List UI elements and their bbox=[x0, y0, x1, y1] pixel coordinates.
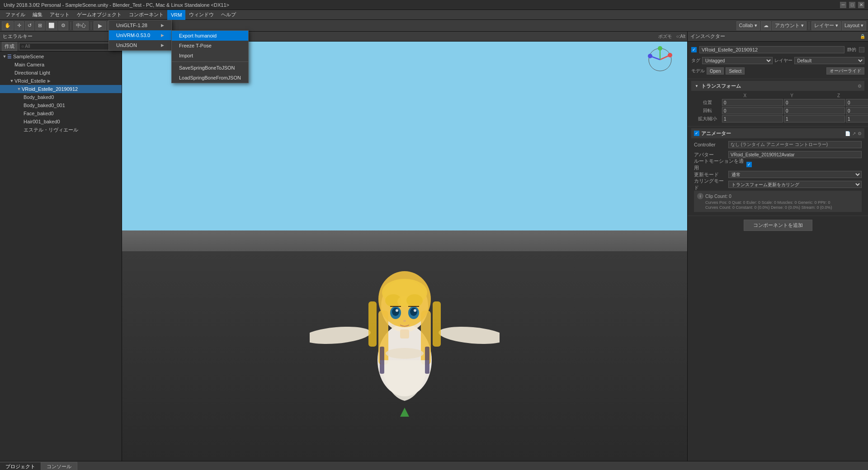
root-motion-label: ルートモーションを適用 bbox=[694, 158, 744, 171]
minimize-button[interactable]: ─ bbox=[840, 2, 846, 8]
center-button[interactable]: 中心 bbox=[73, 21, 89, 30]
close-button[interactable]: ✕ bbox=[858, 2, 864, 8]
transform-expand-icon: ▼ bbox=[694, 83, 699, 89]
collab-button[interactable]: Collab ▾ bbox=[736, 21, 760, 30]
position-label: 位置 bbox=[694, 99, 721, 106]
menu-load-spring[interactable]: LoadSpringBoneFromJSON bbox=[172, 73, 248, 83]
position-y[interactable] bbox=[784, 99, 845, 106]
culling-row: カリングモード トランスフォーム更新をカリング bbox=[694, 180, 862, 189]
cloud-button[interactable]: ☁ bbox=[761, 21, 771, 30]
hierarchy-item-estelle[interactable]: エステル・リヴィエール bbox=[0, 126, 122, 134]
transform-header[interactable]: ▼ トランスフォーム ⚙ bbox=[691, 81, 864, 91]
rotation-x[interactable] bbox=[722, 107, 783, 114]
controller-field: なし (ランタイム アニメーター コントローラー) bbox=[728, 141, 862, 148]
info-icon: i bbox=[697, 193, 703, 199]
svg-point-33 bbox=[648, 54, 652, 58]
inspector-header-icons: 🔒 bbox=[860, 34, 865, 39]
animator-gear-icon[interactable]: ⚙ bbox=[858, 131, 862, 136]
model-open-btn[interactable]: Open bbox=[707, 67, 724, 75]
menu-unigltf[interactable]: UniGLTF-1.28 bbox=[109, 20, 171, 30]
menu-file[interactable]: ファイル bbox=[2, 10, 29, 20]
x-label: X bbox=[722, 93, 768, 98]
menu-assets[interactable]: アセット bbox=[46, 10, 73, 20]
controller-label: Controller bbox=[694, 142, 726, 147]
animator-icon2[interactable]: ↗ bbox=[852, 131, 856, 136]
play-button[interactable]: ▶ bbox=[94, 21, 106, 30]
tag-select[interactable]: Untagged bbox=[702, 57, 773, 64]
hierarchy-item-vroid-estelle[interactable]: ▼ VRoid_Estelle ▶ bbox=[0, 77, 122, 85]
scale-x[interactable] bbox=[722, 115, 783, 122]
animator-header[interactable]: ✓ アニメーター 📄 ↗ ⚙ bbox=[691, 128, 864, 138]
animator-active-checkbox[interactable]: ✓ bbox=[694, 131, 699, 136]
hierarchy-item-samplescene[interactable]: ▼ ☰ SampleScene bbox=[0, 52, 122, 61]
rotation-y[interactable] bbox=[784, 107, 845, 114]
inspector-lock-icon[interactable]: 🔒 bbox=[860, 34, 865, 39]
animator-icon1[interactable]: 📄 bbox=[845, 131, 850, 136]
transform-tool[interactable]: ⚙ bbox=[58, 21, 68, 30]
menu-window[interactable]: ウィンドウ bbox=[185, 10, 217, 20]
layout-button[interactable]: Layout ▾ bbox=[842, 21, 866, 30]
toolbar-sep-3 bbox=[809, 22, 809, 30]
layer-select[interactable]: Default bbox=[794, 57, 865, 64]
update-mode-select[interactable]: 通常 bbox=[728, 171, 862, 178]
inspector-title: インスペクター bbox=[690, 33, 725, 40]
svg-point-1 bbox=[438, 324, 500, 347]
transform-section: ▼ トランスフォーム ⚙ X Y Z 位置 bbox=[688, 79, 868, 127]
dropdown-separator-1 bbox=[172, 61, 248, 62]
transform-gear-icon[interactable]: ⚙ bbox=[858, 84, 862, 89]
root-motion-checkbox[interactable]: ✓ bbox=[746, 162, 752, 167]
menu-component[interactable]: コンポーネント bbox=[125, 10, 167, 20]
hierarchy-item-directionallight[interactable]: Directional Light bbox=[0, 69, 122, 77]
scale-y[interactable] bbox=[784, 115, 845, 122]
hand-tool[interactable]: ✋ bbox=[2, 21, 14, 30]
static-checkbox[interactable] bbox=[859, 47, 864, 52]
object-active-checkbox[interactable]: ✓ bbox=[691, 47, 697, 52]
move-tool[interactable]: ✛ bbox=[14, 21, 24, 30]
svg-point-0 bbox=[310, 324, 371, 347]
tab-console[interactable]: コンソール bbox=[41, 462, 77, 470]
menu-unijson[interactable]: UniJSON bbox=[109, 40, 171, 50]
model-override-btn[interactable]: オーバーライド bbox=[826, 67, 864, 75]
hierarchy-search[interactable] bbox=[19, 43, 120, 50]
menu-help[interactable]: ヘルプ bbox=[217, 10, 240, 20]
menu-import[interactable]: Import bbox=[172, 51, 248, 61]
hierarchy-item-body-baked0-001[interactable]: Body_baked0_001 bbox=[0, 101, 122, 109]
culling-select[interactable]: トランスフォーム更新をカリング bbox=[728, 181, 862, 188]
layer-button[interactable]: レイヤー ▾ bbox=[811, 21, 841, 30]
title-bar: Unity 2018.3.0f2 Personal - SampleScene.… bbox=[0, 0, 868, 10]
hierarchy-item-hair001-baked0[interactable]: Hair001_baked0 bbox=[0, 118, 122, 126]
rotate-tool[interactable]: ↺ bbox=[25, 21, 34, 30]
rect-tool[interactable]: ⬜ bbox=[46, 21, 57, 30]
add-component-button[interactable]: コンポーネントを追加 bbox=[744, 220, 812, 231]
culling-label: カリングモード bbox=[694, 178, 726, 191]
hierarchy-item-maincamera[interactable]: Main Camera bbox=[0, 61, 122, 69]
hierarchy-item-body-baked0[interactable]: Body_baked0 bbox=[0, 93, 122, 101]
account-button[interactable]: アカウント ▾ bbox=[772, 21, 807, 30]
transform-title: トランスフォーム bbox=[701, 83, 741, 89]
menu-univrm[interactable]: UniVRM-0.53.0 Export humanoid Freeze T-P… bbox=[109, 30, 171, 40]
tab-project[interactable]: プロジェクト bbox=[0, 462, 41, 470]
controller-row: Controller なし (ランタイム アニメーター コントローラー) bbox=[694, 140, 862, 149]
menu-vrm[interactable]: VRM bbox=[167, 10, 185, 20]
scene-gizmo-label: ポズモ bbox=[658, 33, 672, 40]
scale-tool[interactable]: ⊞ bbox=[35, 21, 45, 30]
hierarchy-item-face-baked0[interactable]: Face_baked0 bbox=[0, 109, 122, 118]
scene-view[interactable] bbox=[122, 42, 687, 461]
position-z[interactable] bbox=[846, 99, 868, 106]
avatar-field: VRoid_Estelle_20190912Avatar bbox=[728, 151, 862, 158]
position-x[interactable] bbox=[722, 99, 783, 106]
menu-edit[interactable]: 編集 bbox=[29, 10, 46, 20]
menu-save-spring[interactable]: SaveSpringBoneToJSON bbox=[172, 63, 248, 73]
static-label: 静的 bbox=[847, 47, 856, 53]
menu-freeze-tpose[interactable]: Freeze T-Pose bbox=[172, 41, 248, 51]
hierarchy-content: ▼ ☰ SampleScene Main Camera Directional … bbox=[0, 52, 122, 461]
menu-export-humanoid[interactable]: Export humanoid bbox=[172, 31, 248, 41]
model-select-btn[interactable]: Select bbox=[726, 67, 745, 75]
menu-gameobject[interactable]: ゲームオブジェクト bbox=[73, 10, 125, 20]
object-name-field[interactable] bbox=[699, 46, 844, 53]
scale-z[interactable] bbox=[846, 115, 868, 122]
hierarchy-item-vroid-estelle-20190912[interactable]: ▼ VRoid_Estelle_20190912 bbox=[0, 85, 122, 93]
hierarchy-create-btn[interactable]: 作成 bbox=[2, 42, 17, 51]
maximize-button[interactable]: □ bbox=[849, 2, 855, 8]
rotation-z[interactable] bbox=[846, 107, 868, 114]
